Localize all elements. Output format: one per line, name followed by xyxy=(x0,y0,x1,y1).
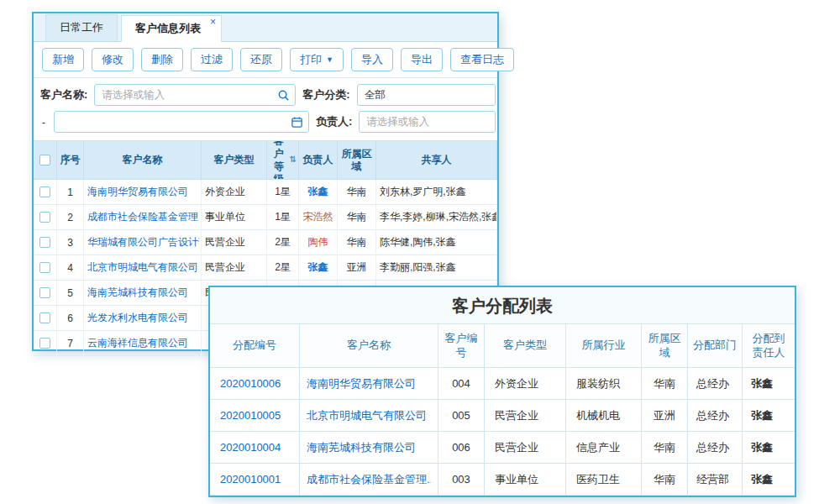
cell-allocation-id: 2020010005 xyxy=(210,400,300,432)
search-icon[interactable] xyxy=(277,89,290,102)
header-owner: 负责人 xyxy=(299,141,338,180)
view-log-button[interactable]: 查看日志 xyxy=(450,48,514,71)
cell-type: 事业单位 xyxy=(485,464,566,496)
table-row[interactable]: 2 成都市社会保险基金管理... 事业单位 1星 宋浩然 华南 李华,李婷,柳琳… xyxy=(34,205,497,230)
cell-seq: 4 xyxy=(57,255,84,281)
allocation-id-link[interactable]: 2020010005 xyxy=(220,409,281,422)
header-code: 客户编号 xyxy=(438,324,485,368)
checkbox-cell xyxy=(34,331,57,356)
import-button[interactable]: 导入 xyxy=(351,48,393,71)
cell-name: 光发水利水电有限公司 xyxy=(84,306,202,331)
cell-allocation-id: 2020010004 xyxy=(210,432,300,464)
allocation-id-link[interactable]: 2020010001 xyxy=(220,473,281,486)
header-assignee: 分配到责任人 xyxy=(743,324,795,368)
cell-seq: 1 xyxy=(57,180,84,205)
cell-level: 2星 xyxy=(267,230,299,255)
cell-dept: 经营部 xyxy=(688,464,743,496)
table-row[interactable]: 2020010001 成都市社会保险基金管理... 003 事业单位 医药卫生 … xyxy=(210,464,795,496)
allocation-id-link[interactable]: 2020010004 xyxy=(220,441,281,454)
table-row[interactable]: 2020010006 海南明华贸易有限公司 004 外资企业 服装纺织 华南 总… xyxy=(210,368,795,400)
customer-name-link[interactable]: 北京市明城电气有限公司 xyxy=(307,408,427,423)
cell-assignee: 张鑫 xyxy=(743,432,795,464)
export-button[interactable]: 导出 xyxy=(401,48,443,71)
customer-name-link[interactable]: 华瑞城有限公司广告设计部 xyxy=(87,235,199,249)
cell-region: 华南 xyxy=(338,230,376,255)
cell-name: 成都市社会保险基金管理... xyxy=(84,205,202,230)
cell-region: 华南 xyxy=(338,180,376,205)
customer-name-link[interactable]: 光发水利水电有限公司 xyxy=(87,311,188,325)
modify-button[interactable]: 修改 xyxy=(92,48,134,71)
cell-code: 003 xyxy=(438,464,485,496)
customer-name-link[interactable]: 云南海祥信息有限公司 xyxy=(87,336,188,350)
cell-seq: 2 xyxy=(57,205,84,230)
cell-code: 006 xyxy=(438,432,485,464)
table-row[interactable]: 4 北京市明城电气有限公司 民营企业 2星 张鑫 亚洲 李勤丽,阳强,张鑫 xyxy=(34,255,497,281)
checkbox-cell xyxy=(34,205,57,230)
row-checkbox[interactable] xyxy=(39,262,50,273)
cell-level: 1星 xyxy=(267,180,299,205)
customer-name-link[interactable]: 海南芜城科技有限公司 xyxy=(307,440,416,455)
table-row[interactable]: 2020010004 海南芜城科技有限公司 006 民营企业 信息产业 华南 总… xyxy=(210,432,795,464)
print-button[interactable]: 打印 ▼ xyxy=(290,48,344,71)
customer-name-link[interactable]: 海南明华贸易有限公司 xyxy=(307,376,416,391)
cell-industry: 机械机电 xyxy=(566,400,642,432)
restore-button[interactable]: 还原 xyxy=(240,48,282,71)
cell-region: 亚洲 xyxy=(338,255,376,281)
close-icon[interactable]: × xyxy=(210,17,216,27)
cell-seq: 7 xyxy=(57,331,84,356)
row-checkbox[interactable] xyxy=(39,212,50,223)
customer-name-link[interactable]: 成都市社会保险基金管理... xyxy=(307,472,431,487)
cell-region: 华南 xyxy=(338,205,376,230)
cell-name: 海南明华贸易有限公司 xyxy=(300,368,438,400)
table-header-row: 分配编号 客户名称 客户编号 客户类型 所属行业 所属区域 分配部门 分配到责任… xyxy=(210,324,795,368)
customer-name-input[interactable] xyxy=(94,84,296,106)
cell-name: 北京市明城电气有限公司 xyxy=(84,255,202,281)
table-row[interactable]: 1 海南明华贸易有限公司 外资企业 1星 张鑫 华南 刘东林,罗广明,张鑫 xyxy=(34,180,497,205)
add-button[interactable]: 新增 xyxy=(42,48,84,71)
cell-region: 华南 xyxy=(642,464,688,496)
customer-name-link[interactable]: 海南芜城科技有限公司 xyxy=(87,286,188,300)
header-industry: 所属行业 xyxy=(566,324,642,368)
calendar-icon[interactable] xyxy=(291,116,303,129)
row-checkbox[interactable] xyxy=(39,287,50,298)
cell-name: 海南芜城科技有限公司 xyxy=(84,281,202,306)
cell-code: 004 xyxy=(438,368,485,400)
owner-inputwrap xyxy=(359,111,496,133)
date-input[interactable] xyxy=(54,111,309,133)
select-all-checkbox[interactable] xyxy=(39,155,50,165)
filter-button[interactable]: 过滤 xyxy=(191,48,233,71)
allocation-id-link[interactable]: 2020010006 xyxy=(220,377,281,390)
customer-name-link[interactable]: 成都市社会保险基金管理... xyxy=(87,210,199,224)
cell-industry: 服装纺织 xyxy=(566,368,642,400)
customer-category-input[interactable] xyxy=(357,84,496,106)
date-inputwrap xyxy=(54,111,309,133)
row-checkbox[interactable] xyxy=(39,186,50,197)
cell-industry: 医药卫生 xyxy=(566,464,642,496)
owner-input[interactable] xyxy=(359,111,496,133)
table-row[interactable]: 2020010005 北京市明城电气有限公司 005 民营企业 机械机电 亚洲 … xyxy=(210,400,795,432)
cell-seq: 5 xyxy=(57,281,84,306)
customer-category-label: 客户分类: xyxy=(302,87,349,102)
customer-name-link[interactable]: 北京市明城电气有限公司 xyxy=(87,260,198,275)
cell-dept: 总经办 xyxy=(688,432,743,464)
cell-assignee: 张鑫 xyxy=(743,368,795,400)
customer-name-link[interactable]: 海南明华贸易有限公司 xyxy=(87,185,188,199)
table-row[interactable]: 3 华瑞城有限公司广告设计部 民营企业 2星 陶伟 华南 陈华健,陶伟,张鑫 xyxy=(34,230,497,255)
tab-customer-info-list[interactable]: 客户信息列表 × xyxy=(121,15,222,42)
cell-type: 外资企业 xyxy=(202,180,267,205)
sort-icon[interactable]: ⇅ xyxy=(290,155,297,165)
toolbar: 新增 修改 删除 过滤 还原 打印 ▼ 导入 导出 查看日志 xyxy=(34,42,497,78)
cell-name: 北京市明城电气有限公司 xyxy=(300,400,438,432)
cell-region: 亚洲 xyxy=(642,400,688,432)
tab-daily-work[interactable]: 日常工作 xyxy=(45,14,118,41)
row-checkbox[interactable] xyxy=(39,237,50,248)
cell-shared: 李勤丽,阳强,张鑫 xyxy=(376,255,497,281)
cell-type: 事业单位 xyxy=(202,205,267,230)
row-checkbox[interactable] xyxy=(39,312,50,323)
cell-region: 华南 xyxy=(642,432,688,464)
cell-industry: 信息产业 xyxy=(566,432,642,464)
cell-name: 云南海祥信息有限公司 xyxy=(84,331,202,356)
row-checkbox[interactable] xyxy=(39,338,50,349)
header-level[interactable]: 客户等级⇅ xyxy=(267,141,299,180)
delete-button[interactable]: 删除 xyxy=(141,48,183,71)
